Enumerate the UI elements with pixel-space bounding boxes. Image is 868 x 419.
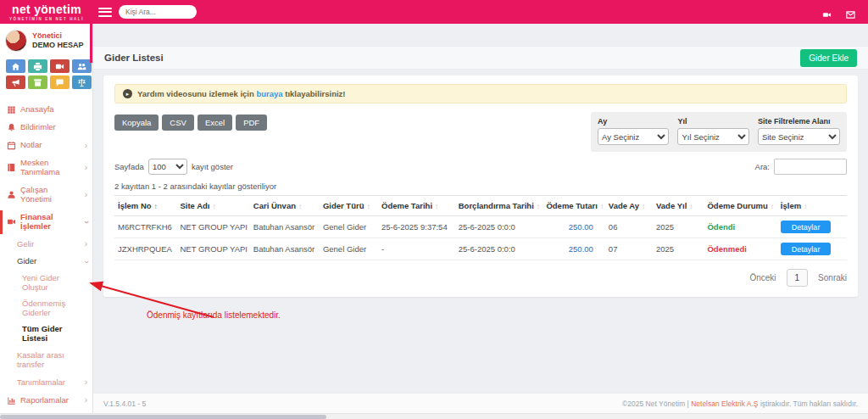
column-header-site_adi[interactable]: Site Adı↕: [176, 196, 249, 216]
export-kopyala-button[interactable]: Kopyala: [114, 115, 159, 131]
column-header-label: Ödeme Tarihi: [381, 201, 432, 210]
horizontal-scrollbar[interactable]: [0, 413, 868, 419]
pagination-next[interactable]: Sonraki: [818, 273, 847, 282]
cell-odeme_durumu: Ödenmedi: [704, 238, 776, 260]
help-video-link[interactable]: buraya: [256, 89, 282, 98]
person-search-input[interactable]: [119, 5, 197, 19]
cell-islem: Detaylar: [777, 238, 847, 260]
pagination-page-1[interactable]: 1: [787, 269, 809, 287]
sidebar-item-label: Bildirimler: [20, 123, 87, 132]
sidebar-item-tum-gider-listesi[interactable]: Tüm Gider Listesi: [0, 321, 92, 347]
avatar: [5, 30, 27, 52]
user-panel[interactable]: Yönetici DEMO HESAP: [0, 24, 92, 57]
month-filter-label: Ay: [598, 117, 669, 126]
users-icon: [77, 62, 86, 71]
horizontal-scrollbar-thumb[interactable]: [0, 415, 326, 419]
sidebar-item-raporlamalar[interactable]: Raporlamalar›: [0, 392, 92, 410]
sidebar-item-label: Gider: [17, 257, 81, 266]
sidebar-item-bildirimler[interactable]: Bildirimler: [0, 119, 92, 137]
video-tile[interactable]: [50, 59, 70, 73]
brand-logo[interactable]: net yönetim YÖNETİMİN EN NET HALİ: [0, 2, 93, 22]
main-area: Gider Listesi Gider Ekle ► Yardım videos…: [93, 24, 868, 413]
column-header-label: Ödeme Tutarı: [546, 201, 598, 210]
site-filter-select[interactable]: Site Seçiniz: [758, 128, 840, 145]
cell-cari_unvan: Batuhan Asansör: [250, 238, 320, 260]
column-header-islem_no[interactable]: İşlem No↕: [114, 196, 176, 216]
sidebar-item-anasayfa[interactable]: Anasayfa: [0, 101, 92, 119]
sort-icon: ↕: [689, 203, 693, 210]
mail-icon[interactable]: [845, 8, 856, 17]
menu-toggle-icon[interactable]: [98, 8, 112, 17]
details-button[interactable]: Detaylar: [781, 243, 832, 255]
app-version: V.1.5.4.01 - 5: [103, 399, 146, 408]
cell-islem_no: M6RCTRFKH6: [114, 216, 176, 238]
filter-panel: Ay Ay Seçiniz Yıl Yıl Seçiniz Site Filtr…: [591, 112, 847, 152]
column-header-borclandirma_tarihi[interactable]: Borçlandırma Tarihi↕: [455, 196, 543, 216]
home-tile[interactable]: [6, 59, 25, 73]
column-header-islem[interactable]: İşlem↕: [777, 196, 847, 216]
table-search: Ara:: [755, 159, 847, 175]
scale-tile[interactable]: [72, 75, 92, 89]
export-csv-button[interactable]: CSV: [162, 115, 194, 131]
sidebar-item-odenmemis-giderler[interactable]: Ödenmemiş Giderler: [0, 296, 92, 321]
sidebar-item-finansal-islemler[interactable]: Finansal İşlemler›: [0, 209, 92, 236]
sidebar-item-label: Kasalar arası transfer: [17, 351, 87, 370]
cell-vade_yil: 2025: [653, 216, 704, 238]
topbar-icons: [821, 8, 868, 17]
cell-borclandirma_tarihi: 25-6-2025 0:0:0: [455, 216, 543, 238]
pagination-previous[interactable]: Önceki: [749, 273, 776, 282]
column-header-odeme_tarihi[interactable]: Ödeme Tarihi↕: [378, 196, 455, 216]
column-header-label: Ödeme Durumu: [707, 201, 767, 210]
box-tile[interactable]: [28, 75, 47, 89]
sort-icon: ↕: [154, 203, 158, 210]
column-header-vade_yil[interactable]: Vade Yıl↕: [653, 196, 704, 216]
column-header-odeme_durumu[interactable]: Ödeme Durumu↕: [704, 196, 776, 216]
printer-tile[interactable]: [28, 59, 47, 73]
sidebar-item-yeni-gider-olustur[interactable]: Yeni Gider Oluştur: [0, 271, 92, 296]
user-name: DEMO HESAP: [32, 41, 84, 50]
month-filter-select[interactable]: Ay Seçiniz: [598, 128, 669, 145]
sidebar-item-mesken-tanimlama[interactable]: Mesken Tanımlama›: [0, 154, 92, 182]
column-header-vade_ay[interactable]: Vade Ay↕: [605, 196, 653, 216]
sidebar-item-gider[interactable]: Gider›: [0, 253, 92, 271]
sidebar-item-kasalar-arasi-transfer[interactable]: Kasalar arası transfer: [0, 347, 92, 374]
column-header-gider_turu[interactable]: Gider Türü↕: [320, 196, 378, 216]
megaphone-tile[interactable]: [6, 75, 25, 89]
chevron-right-icon: ›: [85, 240, 87, 249]
scale-icon: [77, 78, 86, 87]
brand-name: net yönetim: [12, 3, 81, 16]
sidebar-item-label: Finansal İşlemler: [20, 213, 81, 232]
column-header-label: Cari Ünvan: [253, 201, 296, 210]
cell-vade_ay: 06: [605, 216, 653, 238]
netelsan-link[interactable]: Netelsan Elektrik A.Ş: [691, 399, 758, 408]
details-button[interactable]: Detaylar: [781, 221, 832, 233]
brand-tagline: YÖNETİMİN EN NET HALİ: [0, 18, 93, 22]
sidebar-item-label: Raporlamalar: [20, 396, 81, 405]
add-expense-button[interactable]: Gider Ekle: [800, 49, 857, 67]
sidebar-item-gelir[interactable]: Gelir›: [0, 236, 92, 254]
sort-icon: ↕: [366, 203, 370, 210]
video-camera-icon[interactable]: [821, 8, 832, 17]
export-excel-button[interactable]: Excel: [198, 115, 232, 131]
page-size-select[interactable]: 100: [148, 159, 187, 175]
cell-gider_turu: Genel Gider: [320, 238, 378, 260]
chat-tile[interactable]: [50, 75, 70, 89]
column-header-cari_unvan[interactable]: Cari Ünvan↕: [250, 196, 320, 216]
cell-site_adi: NET GROUP YAPI: [176, 238, 249, 260]
sidebar-item-tanimlamalar[interactable]: Tanımlamalar›: [0, 374, 92, 392]
sidebar-menu: AnasayfaBildirimlerNotlar›Mesken Tanımla…: [0, 94, 92, 413]
cell-islem: Detaylar: [777, 216, 847, 238]
video-icon: [55, 62, 64, 71]
users-tile[interactable]: [72, 59, 92, 73]
table-search-input[interactable]: [774, 159, 847, 175]
year-filter-select[interactable]: Yıl Seçiniz: [677, 128, 748, 145]
page-size-suffix: kayıt göster: [192, 162, 233, 171]
sidebar-item-notlar[interactable]: Notlar›: [0, 137, 92, 154]
calendar-icon: [7, 141, 16, 150]
column-header-odeme_tutari[interactable]: Ödeme Tutarı↕: [542, 196, 604, 216]
sidebar-item-label: Mesken Tanımlama: [20, 159, 81, 177]
chart-icon: [7, 396, 16, 405]
export-pdf-button[interactable]: PDF: [236, 115, 267, 131]
sidebar-item-calisan-yonetimi[interactable]: Çalışan Yönetimi›: [0, 182, 92, 209]
sort-icon: ↕: [435, 203, 438, 210]
